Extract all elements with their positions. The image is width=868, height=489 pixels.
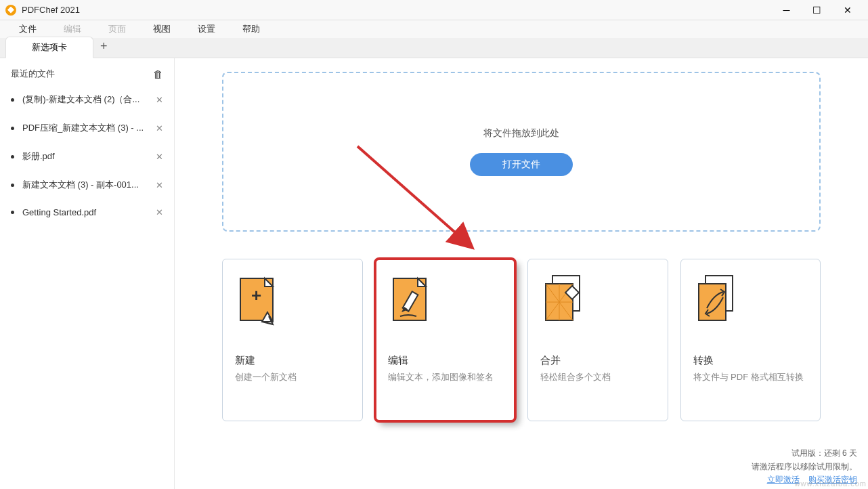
bullet-icon bbox=[11, 155, 14, 158]
card-title: 编辑 bbox=[388, 354, 503, 367]
card-desc: 轻松组合多个文档 bbox=[540, 371, 655, 383]
app-logo-icon bbox=[5, 5, 16, 16]
recent-files-header: 最近的文件 bbox=[11, 68, 55, 80]
trash-icon[interactable]: 🗑 bbox=[153, 68, 163, 80]
dropzone[interactable]: 将文件拖放到此处 打开文件 bbox=[222, 72, 821, 232]
card-convert[interactable]: 转换 将文件与 PDF 格式相互转换 bbox=[680, 259, 821, 421]
recent-file-item[interactable]: Getting Started.pdf ✕ bbox=[0, 199, 174, 226]
sidebar: 最近的文件 🗑 (复制)-新建文本文档 (2)（合... ✕ PDF压缩_新建文… bbox=[0, 58, 175, 489]
new-tab-button[interactable]: + bbox=[93, 35, 114, 58]
bullet-icon bbox=[11, 184, 14, 187]
footer: 试用版：还剩 6 天 请激活程序以移除试用限制。 立即激活 购买激活密钥 bbox=[752, 447, 857, 486]
minimize-button[interactable]: ─ bbox=[771, 0, 802, 20]
app-title: PDFChef 2021 bbox=[22, 5, 80, 15]
card-title: 转换 bbox=[693, 354, 808, 367]
dropzone-text: 将文件拖放到此处 bbox=[483, 127, 559, 140]
bullet-icon bbox=[11, 211, 14, 214]
remove-recent-icon[interactable]: ✕ bbox=[156, 95, 163, 105]
card-merge[interactable]: 合并 轻松组合多个文档 bbox=[527, 259, 668, 421]
recent-file-item[interactable]: 新建文本文档 (3) - 副本-001... ✕ bbox=[0, 171, 174, 199]
card-desc: 编辑文本，添加图像和签名 bbox=[388, 371, 503, 383]
card-desc: 将文件与 PDF 格式相互转换 bbox=[693, 371, 808, 383]
main-area: 将文件拖放到此处 打开文件 + 新建 创建一个新文档 bbox=[175, 58, 868, 489]
remove-recent-icon[interactable]: ✕ bbox=[156, 123, 163, 133]
menu-edit: 编辑 bbox=[50, 21, 95, 37]
buy-key-link[interactable]: 购买激活密钥 bbox=[808, 475, 857, 484]
trial-status: 试用版：还剩 6 天 bbox=[752, 447, 857, 460]
activation-prompt: 请激活程序以移除试用限制。 bbox=[752, 462, 857, 471]
titlebar: PDFChef 2021 ─ ☐ ✕ bbox=[0, 0, 868, 20]
activate-link[interactable]: 立即激活 bbox=[767, 475, 800, 484]
card-title: 新建 bbox=[235, 354, 350, 367]
svg-rect-9 bbox=[699, 284, 726, 320]
recent-file-name: 新建文本文档 (3) - 副本-001... bbox=[22, 179, 150, 191]
open-file-button[interactable]: 打开文件 bbox=[470, 153, 573, 176]
recent-file-item[interactable]: 影册.pdf ✕ bbox=[0, 142, 174, 171]
card-new[interactable]: + 新建 创建一个新文档 bbox=[222, 259, 363, 421]
recent-file-name: 影册.pdf bbox=[22, 150, 150, 163]
new-document-icon: + bbox=[235, 274, 284, 327]
remove-recent-icon[interactable]: ✕ bbox=[156, 152, 163, 162]
merge-document-icon bbox=[540, 274, 589, 327]
remove-recent-icon[interactable]: ✕ bbox=[156, 207, 163, 217]
card-edit[interactable]: 编辑 编辑文本，添加图像和签名 bbox=[375, 259, 516, 421]
recent-file-name: (复制)-新建文本文档 (2)（合... bbox=[22, 93, 150, 106]
menu-settings[interactable]: 设置 bbox=[184, 21, 229, 37]
edit-document-icon bbox=[388, 274, 437, 327]
tab-label: 新选项卡 bbox=[32, 41, 67, 54]
svg-text:+: + bbox=[251, 285, 261, 305]
recent-file-item[interactable]: (复制)-新建文本文档 (2)（合... ✕ bbox=[0, 85, 174, 114]
remove-recent-icon[interactable]: ✕ bbox=[156, 180, 163, 190]
recent-file-name: Getting Started.pdf bbox=[22, 207, 150, 217]
menu-file[interactable]: 文件 bbox=[5, 21, 50, 37]
card-title: 合并 bbox=[540, 354, 655, 367]
tab-new[interactable]: 新选项卡 bbox=[5, 37, 93, 58]
recent-file-name: PDF压缩_新建文本文档 (3) - ... bbox=[22, 122, 150, 134]
recent-file-item[interactable]: PDF压缩_新建文本文档 (3) - ... ✕ bbox=[0, 114, 174, 142]
bullet-icon bbox=[11, 98, 14, 102]
convert-document-icon bbox=[693, 274, 742, 327]
maximize-button[interactable]: ☐ bbox=[802, 0, 832, 20]
tabbar: 新选项卡 + bbox=[0, 38, 868, 58]
bullet-icon bbox=[11, 127, 14, 130]
card-desc: 创建一个新文档 bbox=[235, 371, 350, 383]
menu-help[interactable]: 帮助 bbox=[229, 21, 274, 37]
menu-view[interactable]: 视图 bbox=[139, 21, 184, 37]
close-button[interactable]: ✕ bbox=[832, 0, 863, 20]
menubar: 文件 编辑 页面 视图 设置 帮助 bbox=[0, 20, 868, 38]
